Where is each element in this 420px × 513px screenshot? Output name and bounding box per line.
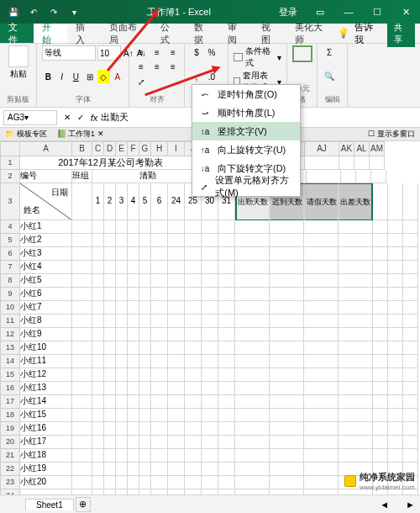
name-cell[interactable]: 小红3 — [20, 247, 72, 261]
name-cell[interactable]: 小红5 — [20, 274, 72, 288]
row-header[interactable]: 17 — [0, 395, 20, 409]
currency-icon[interactable]: $ — [190, 45, 203, 59]
add-sheet-button[interactable]: ⊕ — [76, 497, 91, 512]
row-header[interactable]: 15 — [0, 368, 20, 382]
name-cell[interactable]: 小红14 — [20, 395, 72, 409]
find-icon[interactable]: 🔍 — [323, 69, 336, 82]
maximize-icon[interactable]: ☐ — [363, 7, 391, 18]
cond-format-button[interactable]: 条件格式 ▾ — [234, 45, 281, 69]
row-header[interactable]: 9 — [0, 288, 20, 301]
name-cell[interactable]: 小红19 — [20, 463, 72, 476]
name-cell[interactable]: 小红17 — [20, 436, 72, 449]
row-header[interactable]: 23 — [0, 476, 20, 489]
sum-icon[interactable]: Σ — [323, 45, 336, 59]
col-header[interactable]: A — [20, 141, 72, 156]
redo-icon[interactable]: ↷ — [47, 5, 60, 19]
save-icon[interactable]: 💾 — [7, 5, 20, 19]
border-icon[interactable]: ⊞ — [84, 70, 97, 83]
cell-no[interactable]: 编号 — [20, 170, 72, 183]
cell-team[interactable]: 班组 — [72, 170, 92, 183]
col-header[interactable]: I — [168, 141, 185, 156]
row-header[interactable]: 24 — [0, 489, 20, 494]
name-cell[interactable]: 小红13 — [20, 382, 72, 395]
name-cell[interactable]: 小红15 — [20, 409, 72, 422]
tab-formula[interactable]: 公式 — [152, 24, 186, 43]
name-cell[interactable]: 小红7 — [20, 301, 72, 315]
tab-beauty[interactable]: 美化大师 — [286, 24, 337, 43]
bold-icon[interactable]: B — [42, 70, 55, 83]
template-area[interactable]: 📁 模板专区 — [5, 129, 47, 140]
name-cell[interactable]: 小红10 — [20, 341, 72, 355]
row-header[interactable]: 10 — [0, 301, 20, 315]
menu-vertical-text[interactable]: ↕a竖排文字(V) — [192, 122, 300, 140]
workbook-tab[interactable]: 📗 工作簿1 ✕ — [57, 129, 104, 140]
col-header[interactable]: F — [128, 141, 139, 156]
row-header[interactable]: 18 — [0, 409, 20, 422]
menu-format-align[interactable]: ⤢设置单元格对齐方式(M) — [192, 177, 300, 196]
font-color-icon[interactable]: A — [112, 70, 124, 83]
align-bot-icon[interactable]: ≡ — [166, 45, 180, 59]
row-header[interactable]: 5 — [0, 234, 20, 247]
menu-rotate-up[interactable]: ↑a向上旋转文字(U) — [192, 140, 300, 159]
row-header[interactable]: 22 — [0, 463, 20, 476]
cancel-icon[interactable]: ✕ — [60, 111, 74, 124]
qat-dropdown-icon[interactable]: ▾ — [67, 5, 81, 19]
login-button[interactable]: 登录 — [270, 6, 306, 19]
scrollbar-left-icon[interactable]: ◄ — [380, 500, 389, 510]
tab-insert[interactable]: 插入 — [67, 24, 101, 43]
col-header[interactable]: AL — [354, 141, 370, 156]
name-box[interactable]: AG3 ▾ — [3, 110, 57, 125]
tab-data[interactable]: 数据 — [186, 24, 219, 43]
tab-home[interactable]: 开始 — [34, 24, 67, 43]
row-header[interactable]: 14 — [0, 355, 20, 368]
row-header[interactable]: 20 — [0, 436, 20, 449]
close-icon[interactable]: ✕ — [391, 7, 420, 18]
col-header[interactable]: H — [151, 141, 168, 156]
orientation-icon[interactable]: ⤢ — [134, 76, 148, 89]
name-cell[interactable]: 小红16 — [20, 422, 72, 436]
menu-ccw[interactable]: ⤺逆时针角度(O) — [192, 85, 300, 103]
undo-icon[interactable]: ↶ — [27, 5, 40, 19]
italic-icon[interactable]: I — [56, 70, 69, 83]
confirm-icon[interactable]: ✓ — [74, 111, 87, 124]
minimize-icon[interactable]: — — [334, 7, 363, 18]
tab-view[interactable]: 视图 — [253, 24, 286, 43]
col-header[interactable]: AK — [339, 141, 354, 156]
name-cell[interactable]: 小红9 — [20, 328, 72, 341]
row-header[interactable]: 7 — [0, 261, 20, 274]
name-cell[interactable]: 小红12 — [20, 368, 72, 382]
row-header[interactable]: 6 — [0, 247, 20, 261]
sheet-tab-1[interactable]: Sheet1 — [25, 499, 74, 510]
tab-file[interactable]: 文件 — [0, 24, 34, 43]
fill-color-icon[interactable]: ◇ — [97, 70, 110, 83]
name-cell[interactable]: 小红20 — [20, 476, 72, 489]
fx-icon[interactable]: fx — [87, 113, 101, 123]
align-top-icon[interactable]: ≡ — [134, 45, 148, 59]
align-left-icon[interactable]: ≡ — [134, 60, 148, 73]
scrollbar-right-icon[interactable]: ► — [406, 500, 415, 510]
show-windows[interactable]: ☐ 显示多窗口 — [368, 129, 415, 140]
name-cell[interactable]: 小红2 — [20, 234, 72, 247]
align-mid-icon[interactable]: ≡ — [150, 45, 164, 59]
col-header[interactable]: D — [104, 141, 116, 156]
cells-icon[interactable] — [292, 45, 312, 62]
name-cell[interactable]: 小红8 — [20, 315, 72, 328]
name-cell[interactable]: 小红11 — [20, 355, 72, 368]
row-header[interactable]: 11 — [0, 315, 20, 328]
col-header[interactable]: E — [116, 141, 128, 156]
select-all-corner[interactable] — [0, 141, 20, 156]
tab-review[interactable]: 审阅 — [219, 24, 253, 43]
name-cell[interactable]: 小红6 — [20, 288, 72, 301]
underline-icon[interactable]: U — [70, 70, 82, 83]
col-header[interactable]: AJ — [305, 141, 339, 156]
col-header[interactable]: G — [139, 141, 151, 156]
sheet-title[interactable]: 2017年12月某公司考勤表 — [20, 156, 202, 170]
percent-icon[interactable]: % — [205, 45, 218, 59]
row-header[interactable]: 2 — [0, 170, 20, 183]
menu-cw[interactable]: ⤻顺时针角度(L) — [192, 103, 300, 122]
font-name-input[interactable] — [42, 45, 96, 61]
row-header[interactable]: 12 — [0, 328, 20, 341]
align-center-icon[interactable]: ≡ — [150, 60, 164, 73]
col-header[interactable]: C — [92, 141, 104, 156]
tellme-label[interactable]: 告诉我 — [354, 21, 378, 46]
